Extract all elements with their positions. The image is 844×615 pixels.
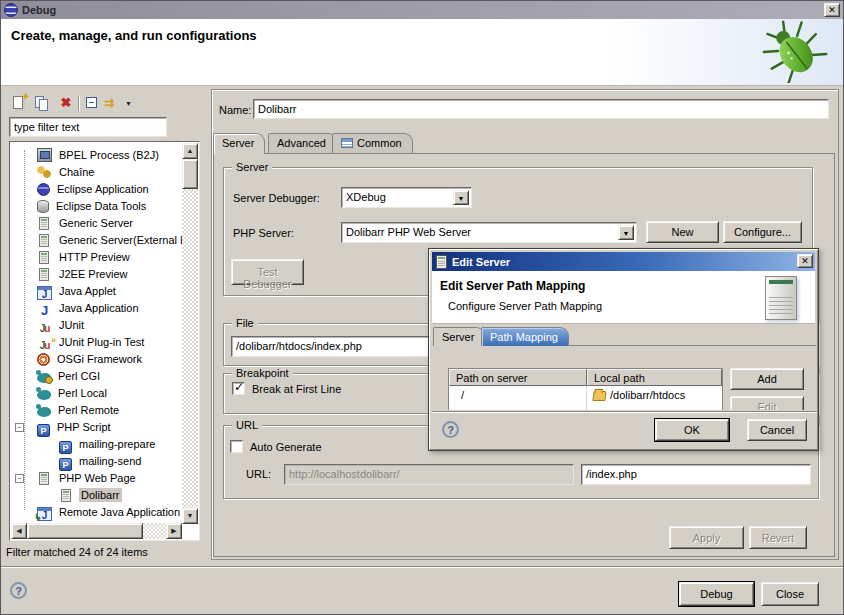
server-icon <box>39 472 49 485</box>
window-close-button[interactable]: ✕ <box>824 3 840 17</box>
tree-item-osgi-framework[interactable]: OSGi Framework <box>10 351 181 368</box>
path-mapping-table: Path on server Local path //dolibarr/htd… <box>448 368 723 410</box>
tree-vscrollbar[interactable]: ▲ ▼ <box>182 143 198 524</box>
tree-item-mailing-prepare[interactable]: Pmailing-prepare <box>10 436 181 453</box>
dialog-tab-server[interactable]: Server <box>433 327 485 346</box>
tree-item-j2ee-preview[interactable]: J2EE Preview <box>10 266 181 283</box>
debug-button[interactable]: Debug <box>679 582 754 606</box>
help-icon[interactable]: ? <box>10 582 27 599</box>
scroll-left-icon[interactable]: ◀ <box>11 523 27 539</box>
tree-item-dolibarr[interactable]: Dolibarr <box>10 487 181 504</box>
combo-arrow-icon[interactable]: ▼ <box>453 190 469 205</box>
cancel-button[interactable]: Cancel <box>747 419 807 441</box>
configure-server-button[interactable]: Configure... <box>723 221 802 243</box>
path-mapping-row[interactable]: //dolibarr/htdocs <box>449 386 722 404</box>
java-applet-icon: J <box>37 286 52 300</box>
name-label: Name: <box>219 104 251 116</box>
dropdown-arrow-glyph: ▼ <box>125 100 132 107</box>
column-local-path[interactable]: Local path <box>587 369 722 386</box>
php-server-select[interactable]: Dolibarr PHP Web Server ▼ <box>341 222 637 243</box>
url-path-input[interactable]: /index.php <box>581 464 811 485</box>
collapse-minus-icon[interactable]: - <box>15 474 24 483</box>
toolbar-separator <box>78 96 79 111</box>
scroll-right-icon[interactable]: ▶ <box>166 523 182 539</box>
eclipse-sphere-icon <box>37 183 50 196</box>
server-icon <box>39 251 49 264</box>
tab-common[interactable]: Common <box>332 133 413 153</box>
tree-item-junit-plug-in-test[interactable]: JuJUnit Plug-in Test <box>10 334 181 351</box>
dialog-help-icon[interactable]: ? <box>442 421 459 438</box>
filter-icon[interactable]: ⇉ <box>104 95 122 112</box>
tree-item-http-preview[interactable]: HTTP Preview <box>10 249 181 266</box>
tree-item-generic-server[interactable]: Generic Server <box>10 215 181 232</box>
test-debugger-button[interactable]: Test Debugger <box>231 259 304 285</box>
tree-item-bpel-process-b2j[interactable]: BPEL Process (B2J) <box>10 147 181 164</box>
tree-item-label: Chaîne <box>57 165 96 179</box>
tree-item-java-applet[interactable]: JJava Applet <box>10 283 181 300</box>
column-path-on-server[interactable]: Path on server <box>449 369 587 386</box>
java-icon: J <box>37 304 52 318</box>
computer-icon <box>37 148 52 162</box>
dialog-button-separator <box>432 411 817 413</box>
php-server-value: Dolibarr PHP Web Server <box>346 226 471 238</box>
dialog-close-button[interactable]: ✕ <box>797 254 813 268</box>
tree-item-mailing-send[interactable]: Pmailing-send <box>10 453 181 470</box>
tree-item-junit[interactable]: JuJUnit <box>10 317 181 334</box>
hscroll-thumb[interactable] <box>27 523 143 539</box>
server-debugger-select[interactable]: XDebug ▼ <box>341 187 472 208</box>
database-icon <box>37 200 49 213</box>
tree-hscrollbar[interactable]: ◀ ▶ <box>11 523 182 539</box>
delete-config-icon[interactable]: ✖ <box>57 95 75 112</box>
tree-item-perl-cgi[interactable]: Perl CGI <box>10 368 181 385</box>
tree-item-php-web-page[interactable]: -PHP Web Page <box>10 470 181 487</box>
revert-button[interactable]: Revert <box>749 526 807 549</box>
tree-item-cha-ne[interactable]: Chaîne <box>10 164 181 181</box>
tree-item-perl-local[interactable]: Perl Local <box>10 385 181 402</box>
ok-button[interactable]: OK <box>655 419 729 441</box>
edit-mapping-button[interactable]: Edit <box>730 396 804 410</box>
tree-item-label: Eclipse Application <box>55 182 151 196</box>
menu-dropdown-icon[interactable]: ▼ <box>125 95 135 112</box>
tree-item-php-script[interactable]: -PPHP Script <box>10 419 181 436</box>
auto-generate-checkbox[interactable] <box>230 440 243 453</box>
tree-item-generic-server-external-la[interactable]: Generic Server(External La <box>10 232 181 249</box>
collapse-minus-icon[interactable]: - <box>15 423 24 432</box>
apply-button[interactable]: Apply <box>669 526 744 549</box>
vscroll-thumb[interactable] <box>182 159 198 189</box>
dialog-titlebar[interactable]: Edit Server ✕ <box>432 252 815 271</box>
scroll-up-icon[interactable]: ▲ <box>182 143 198 159</box>
server-icon <box>39 268 49 281</box>
tree-item-label: J2EE Preview <box>57 267 129 281</box>
tab-server[interactable]: Server <box>213 133 265 154</box>
tree-item-label: PHP Web Page <box>57 471 138 485</box>
tree-item-eclipse-data-tools[interactable]: Eclipse Data Tools <box>10 198 181 215</box>
tree-item-perl-remote[interactable]: Perl Remote <box>10 402 181 419</box>
tab-advanced[interactable]: Advanced <box>268 133 337 153</box>
dialog-heading: Edit Server Path Mapping <box>440 279 585 293</box>
close-button[interactable]: Close <box>761 582 819 606</box>
folder-icon <box>592 391 606 401</box>
new-config-icon[interactable]: ✦ <box>10 95 28 112</box>
tree-item-eclipse-application[interactable]: Eclipse Application <box>10 181 181 198</box>
combo-arrow-icon[interactable]: ▼ <box>618 225 634 240</box>
empty-table-row <box>449 404 722 410</box>
window-titlebar[interactable]: Debug ✕ <box>1 1 843 19</box>
scroll-down-icon[interactable]: ▼ <box>182 508 198 524</box>
perl-camel-icon <box>37 390 51 400</box>
name-input[interactable]: Dolibarr <box>253 99 829 119</box>
add-mapping-button[interactable]: Add <box>730 368 804 390</box>
tree-item-java-application[interactable]: JJava Application <box>10 300 181 317</box>
break-first-line-checkbox[interactable] <box>232 382 245 395</box>
server-tower-icon <box>765 276 797 320</box>
common-tab-icon <box>341 138 353 148</box>
auto-generate-label: Auto Generate <box>250 441 322 453</box>
tree-item-remote-java-application[interactable]: JRemote Java Application <box>10 504 181 521</box>
page-front-glyph <box>39 99 48 111</box>
duplicate-config-icon[interactable] <box>34 95 52 112</box>
new-server-button[interactable]: New <box>646 221 719 243</box>
collapse-all-icon[interactable] <box>83 95 101 112</box>
break-first-line-label: Break at First Line <box>252 383 341 395</box>
type-filter-input[interactable]: type filter text <box>9 117 167 137</box>
page-title: Create, manage, and run configurations <box>11 28 257 43</box>
dialog-tab-path-mapping[interactable]: Path Mapping <box>481 327 569 346</box>
